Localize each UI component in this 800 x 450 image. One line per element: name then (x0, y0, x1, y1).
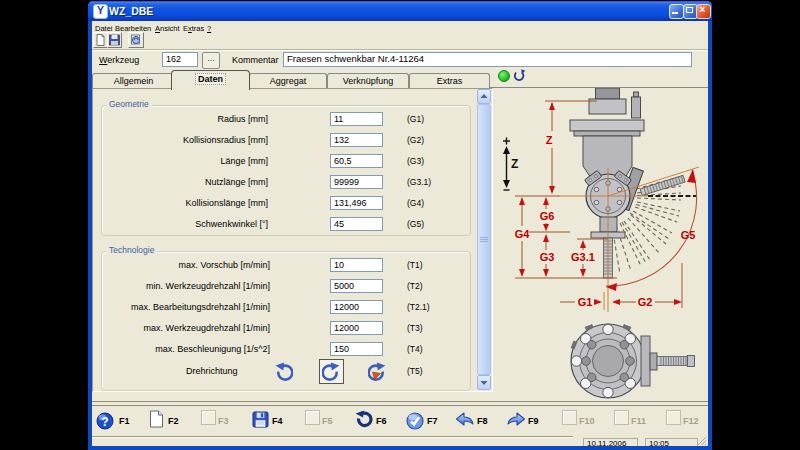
svg-text:G5: G5 (681, 229, 696, 241)
svg-text:G2: G2 (638, 296, 653, 308)
svg-text:G1: G1 (578, 296, 593, 308)
svg-text:?: ? (101, 415, 108, 429)
svg-text:Z: Z (511, 157, 518, 171)
svg-text:G4: G4 (515, 228, 531, 240)
svg-text:Z: Z (546, 134, 553, 146)
svg-text:G6: G6 (540, 210, 555, 222)
svg-text:G3.1: G3.1 (571, 251, 595, 263)
svg-text:G3: G3 (540, 251, 555, 263)
